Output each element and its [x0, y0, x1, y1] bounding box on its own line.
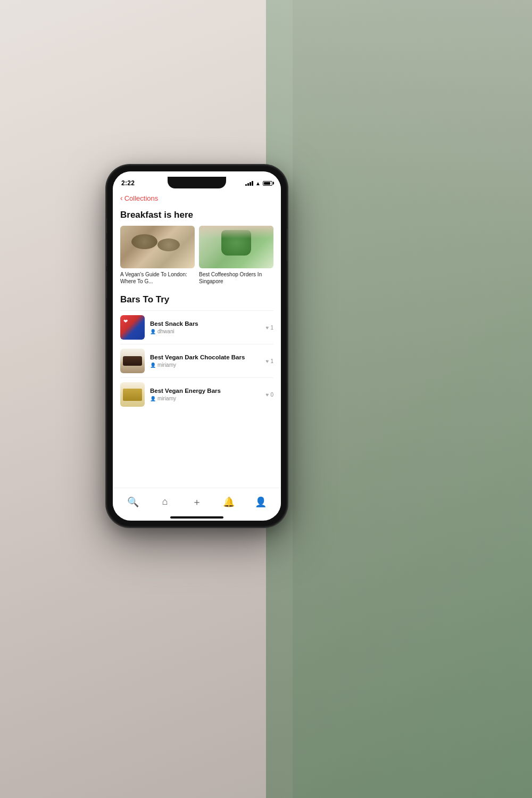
list-item-3-likes: ♥ 0 — [266, 392, 274, 398]
bell-icon: 🔔 — [223, 496, 235, 508]
profile-icon: 👤 — [255, 496, 267, 508]
battery-icon — [263, 181, 272, 186]
nav-bell[interactable]: 🔔 — [219, 492, 238, 512]
power-button — [287, 229, 287, 261]
list-item-3-author: 👤 miriamy — [150, 396, 261, 401]
back-button[interactable]: ‹ Collections — [120, 194, 158, 202]
back-label: Collections — [124, 194, 159, 202]
bottom-nav: 🔍 ⌂ ＋ 🔔 👤 — [113, 488, 281, 515]
volume-up-button — [106, 240, 107, 266]
list-item-3-title: Best Vegan Energy Bars — [150, 388, 261, 394]
list-item-2-likes: ♥ 1 — [266, 358, 274, 364]
card-2-label: Best Coffeeshop Orders In Singapore — [199, 271, 273, 285]
add-icon: ＋ — [192, 496, 202, 508]
energy-bar-image — [120, 382, 145, 407]
signal-bar-2 — [247, 183, 249, 186]
list-item-2-info: Best Vegan Dark Chocolate Bars 👤 miriamy — [150, 354, 261, 368]
back-chevron-icon: ‹ — [120, 194, 123, 202]
dark-choc-bar-image — [120, 349, 145, 373]
screen: 2:22 ▲ — [113, 171, 281, 521]
list-item-2-thumb — [120, 349, 145, 373]
nav-header: ‹ Collections — [113, 192, 281, 205]
list-item-2-title: Best Vegan Dark Chocolate Bars — [150, 354, 261, 360]
author-icon: 👤 — [150, 329, 156, 334]
card-1-label: A Vegan's Guide To London: Where To G... — [120, 271, 195, 285]
notch — [168, 177, 226, 188]
breakfast-section-title: Breakfast is here — [120, 210, 273, 220]
nav-search[interactable]: 🔍 — [123, 492, 143, 512]
card-1[interactable]: A Vegan's Guide To London: Where To G... — [120, 226, 195, 285]
heart-icon-2: ♥ — [266, 358, 269, 364]
list-item-1-author: 👤 dhwani — [150, 328, 261, 334]
nav-home[interactable]: ⌂ — [155, 492, 174, 512]
list-item-2[interactable]: Best Vegan Dark Chocolate Bars 👤 miriamy… — [120, 344, 273, 377]
phone: 2:22 ▲ — [106, 165, 287, 527]
snack-bar-image — [120, 315, 145, 340]
mute-button — [106, 218, 107, 233]
list-item-3-info: Best Vegan Energy Bars 👤 miriamy — [150, 388, 261, 401]
list-item-2-author: 👤 miriamy — [150, 362, 261, 368]
signal-bar-4 — [252, 181, 253, 186]
phone-inner: 2:22 ▲ — [107, 166, 286, 526]
search-icon: 🔍 — [127, 496, 139, 508]
heart-icon-3: ♥ — [266, 392, 269, 398]
author-icon-2: 👤 — [150, 363, 156, 368]
green-smoothie-image — [199, 226, 273, 268]
card-1-image — [120, 226, 195, 268]
signal-bars — [245, 180, 253, 186]
home-icon: ⌂ — [162, 496, 168, 507]
breakfast-section: Breakfast is here A Vegan's Guide To Lon… — [120, 210, 273, 285]
list-item-1-likes: ♥ 1 — [266, 325, 274, 331]
volume-down-button — [106, 272, 107, 298]
list-item-1-info: Best Snack Bars 👤 dhwani — [150, 320, 261, 334]
card-2-image — [199, 226, 273, 268]
bars-section-title: Bars To Try — [120, 294, 273, 305]
bars-section: Bars To Try Best Snack Bars 👤 dhwani — [120, 294, 273, 411]
author-icon-3: 👤 — [150, 396, 156, 401]
nav-profile[interactable]: 👤 — [251, 492, 270, 512]
home-bar — [170, 516, 223, 519]
card-2[interactable]: Best Coffeeshop Orders In Singapore — [199, 226, 273, 285]
list-item-1-title: Best Snack Bars — [150, 320, 261, 327]
status-time: 2:22 — [121, 179, 135, 187]
status-icons: ▲ — [245, 180, 272, 186]
list-item-3[interactable]: Best Vegan Energy Bars 👤 miriamy ♥ 0 — [120, 377, 273, 411]
food-bowl-image — [120, 226, 195, 268]
signal-bar-1 — [245, 184, 247, 186]
list-item-1[interactable]: Best Snack Bars 👤 dhwani ♥ 1 — [120, 310, 273, 344]
nav-add[interactable]: ＋ — [187, 492, 206, 512]
background-right — [266, 0, 532, 798]
list-item-3-thumb — [120, 382, 145, 407]
cards-row: A Vegan's Guide To London: Where To G...… — [120, 226, 273, 285]
scene: 2:22 ▲ — [0, 0, 532, 798]
content-area: Breakfast is here A Vegan's Guide To Lon… — [113, 205, 281, 488]
wifi-icon: ▲ — [255, 180, 261, 186]
list-item-1-thumb — [120, 315, 145, 340]
heart-icon: ♥ — [266, 325, 269, 331]
signal-bar-3 — [250, 182, 251, 186]
battery-fill — [264, 182, 270, 185]
